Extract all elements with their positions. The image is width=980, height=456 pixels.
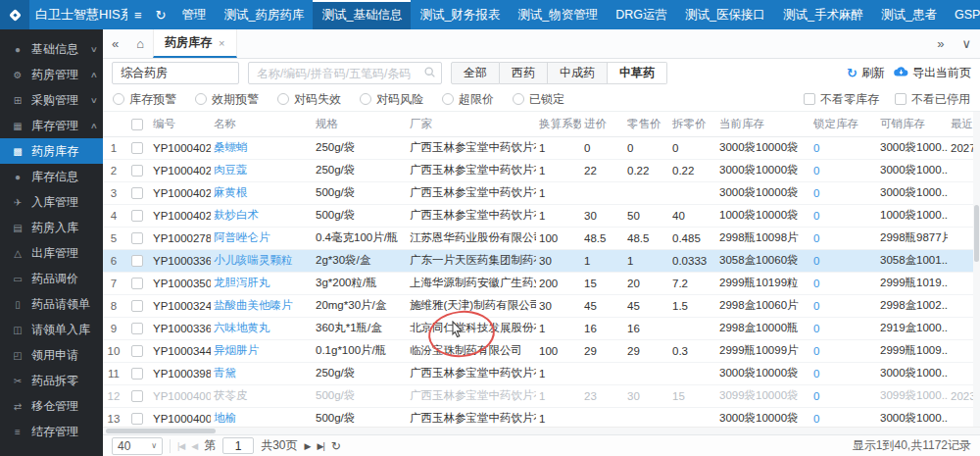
- table-row[interactable]: 9 YP10003361 六味地黄丸 360丸*1瓶/盒 北京同仁堂科技发展股份…: [103, 317, 980, 339]
- horizontal-scrollbar[interactable]: [103, 427, 980, 434]
- table-row[interactable]: 2 YP10004023 肉豆蔻 250g/袋 广西玉林参宝堂中药饮片有... …: [103, 159, 980, 181]
- filter-radio-option[interactable]: 超限价: [442, 91, 494, 108]
- topbar-nav-item[interactable]: 测试_患者: [872, 0, 946, 29]
- close-icon[interactable]: ×: [219, 37, 224, 49]
- page-size-select[interactable]: 40 ∨: [112, 437, 163, 455]
- last-page-button[interactable]: ▶|: [317, 441, 323, 451]
- row-checkbox[interactable]: [131, 368, 143, 380]
- home-icon[interactable]: ⌂: [127, 29, 153, 58]
- sidebar-item[interactable]: ⊞ 采购管理 ∨: [0, 87, 103, 113]
- topbar-nav-item[interactable]: DRG运营: [607, 0, 676, 29]
- vertical-scrollbar[interactable]: [973, 112, 980, 427]
- row-checkbox[interactable]: [131, 255, 143, 267]
- table-row[interactable]: 6 YP10003360 小儿咳喘灵颗粒 2g*30袋/盒 广东一片天医药集团制…: [103, 249, 980, 272]
- topbar-nav-item[interactable]: 测试_医保接口: [676, 0, 774, 29]
- search-icon[interactable]: [423, 66, 436, 81]
- sidebar-item[interactable]: ▩ 药房库存: [0, 138, 103, 164]
- table-row[interactable]: 10 YP10003440 异烟肼片 0.1g*100片/瓶 临汾宝珠制药有限公…: [103, 339, 980, 362]
- row-checkbox[interactable]: [131, 278, 143, 289]
- row-checkbox[interactable]: [131, 323, 143, 334]
- drug-name-link[interactable]: 六味地黄丸: [214, 322, 270, 333]
- sidebar-item[interactable]: ▭ 药品调价: [0, 266, 103, 291]
- cell-locked-stock[interactable]: 0: [813, 187, 819, 199]
- first-page-button[interactable]: |◀: [177, 441, 184, 451]
- horizontal-scrollbar-thumb[interactable]: [106, 429, 216, 433]
- drug-name-link[interactable]: 茯苓皮: [214, 389, 248, 401]
- col-header-spec[interactable]: 规格: [313, 112, 407, 136]
- tab-menu-chevron-icon[interactable]: ∨: [953, 29, 980, 58]
- vertical-scrollbar-thumb[interactable]: [974, 205, 979, 262]
- drug-name-link[interactable]: 龙胆泻肝丸: [214, 277, 270, 288]
- table-row[interactable]: 1 YP10004022 桑螵蛸 250g/袋 广西玉林参宝堂中药饮片有... …: [103, 136, 980, 159]
- topbar-nav-item[interactable]: 测试_物资管理: [509, 0, 607, 29]
- drug-type-filter-button[interactable]: 中成药: [548, 62, 608, 84]
- filter-checkbox-option[interactable]: 不看零库存: [804, 91, 879, 108]
- drug-name-link[interactable]: 盐酸曲美他嗪片: [214, 299, 293, 311]
- sidebar-item[interactable]: ● 基础信息 ∨: [0, 36, 103, 62]
- table-row[interactable]: 4 YP10004029 麸炒白术 500g/袋 广西玉林参宝堂中药饮片有...…: [103, 204, 980, 227]
- sidebar-item[interactable]: ≡ 结存管理: [0, 419, 103, 444]
- sidebar-item[interactable]: ▯ 药品请领单: [0, 291, 103, 317]
- col-header-sellable-stock[interactable]: 可销库存: [877, 112, 948, 136]
- drug-type-filter-button[interactable]: 全部: [451, 62, 500, 84]
- sidebar-item[interactable]: ✈ 入库管理: [0, 189, 103, 215]
- row-checkbox[interactable]: [131, 187, 143, 199]
- cell-locked-stock[interactable]: 0: [813, 255, 819, 267]
- topbar-nav-item[interactable]: 测试_手术麻醉: [774, 0, 872, 29]
- select-all-checkbox[interactable]: [131, 119, 143, 130]
- cell-locked-stock[interactable]: 0: [813, 345, 819, 357]
- col-header-locked-stock[interactable]: 锁定库存: [810, 112, 877, 136]
- table-row[interactable]: 12 YP10004001 茯苓皮 500g/袋 广西玉林参宝堂中药饮片有...…: [103, 384, 980, 407]
- cell-locked-stock[interactable]: 0: [813, 278, 819, 289]
- table-row[interactable]: 5 YP10002782 阿普唑仑片 0.4毫克100片/瓶 江苏恩华药业股份有…: [103, 227, 980, 249]
- drug-name-link[interactable]: 阿普唑仑片: [214, 231, 270, 243]
- row-checkbox[interactable]: [131, 165, 143, 177]
- col-header-current-stock[interactable]: 当前库存: [716, 112, 810, 136]
- filter-radio-option[interactable]: 对码风险: [360, 91, 423, 108]
- cell-locked-stock[interactable]: 0: [813, 165, 819, 177]
- cell-locked-stock[interactable]: 0: [813, 368, 819, 380]
- collapse-tabs-icon[interactable]: «: [103, 29, 127, 58]
- tab-pharmacy-stock[interactable]: 药房库存 ×: [153, 29, 236, 58]
- export-current-page-button[interactable]: 导出当前页: [894, 65, 971, 81]
- filter-radio-option[interactable]: 对码失效: [277, 91, 341, 108]
- sidebar-item[interactable]: ⇄ 移仓管理: [0, 393, 103, 419]
- filter-checkbox-option[interactable]: 不看已停用: [895, 91, 970, 108]
- next-page-button[interactable]: ▶: [305, 441, 311, 451]
- drug-name-link[interactable]: 麸炒白术: [214, 209, 259, 221]
- topbar-nav-item[interactable]: 测试_药房药库: [216, 0, 314, 29]
- row-checkbox[interactable]: [131, 413, 143, 425]
- drug-name-link[interactable]: 异烟肼片: [214, 344, 259, 356]
- search-input[interactable]: [257, 67, 423, 80]
- drug-type-filter-button[interactable]: 中草药: [608, 62, 667, 84]
- sidebar-item[interactable]: ◫ 请领单入库: [0, 317, 103, 342]
- filter-radio-option[interactable]: 库存预警: [113, 91, 176, 108]
- col-header-factory[interactable]: 厂家: [407, 112, 536, 136]
- drug-name-link[interactable]: 肉豆蔻: [214, 164, 248, 176]
- cell-locked-stock[interactable]: 0: [813, 232, 819, 244]
- cell-locked-stock[interactable]: 0: [813, 413, 819, 425]
- col-header-split-price[interactable]: 拆零价: [669, 112, 716, 136]
- drug-name-link[interactable]: 麻黄根: [214, 186, 248, 198]
- topbar-nav-item[interactable]: 测试_基础信息: [313, 0, 411, 29]
- col-header-retail-price[interactable]: 零售价: [624, 112, 669, 136]
- row-checkbox[interactable]: [131, 232, 143, 244]
- table-row[interactable]: 13 YP10004003 地榆 500g/袋 广西玉林参宝堂中药饮片有... …: [103, 407, 980, 427]
- drug-name-link[interactable]: 小儿咳喘灵颗粒: [214, 254, 293, 266]
- col-header-name[interactable]: 名称: [211, 112, 313, 136]
- forward-tabs-icon[interactable]: »: [928, 29, 953, 58]
- row-checkbox[interactable]: [131, 142, 143, 154]
- row-checkbox[interactable]: [131, 390, 143, 402]
- row-checkbox[interactable]: [131, 210, 143, 222]
- topbar-nav-item[interactable]: GSP: [946, 0, 980, 29]
- cell-locked-stock[interactable]: 0: [813, 323, 819, 334]
- cell-locked-stock[interactable]: 0: [813, 210, 819, 222]
- hamburger-icon[interactable]: ≡: [127, 0, 149, 29]
- topbar-nav-item[interactable]: 管理: [173, 0, 216, 29]
- row-checkbox[interactable]: [131, 345, 143, 357]
- refresh-button[interactable]: ↻ 刷新: [847, 65, 885, 81]
- drug-type-filter-button[interactable]: 西药: [500, 62, 548, 84]
- cell-locked-stock[interactable]: 0: [813, 142, 819, 154]
- refresh-icon[interactable]: ↻: [149, 0, 173, 29]
- table-row[interactable]: 8 YP10003240 盐酸曲美他嗪片 20mg*30片/盒 施维雅(天津)制…: [103, 294, 980, 317]
